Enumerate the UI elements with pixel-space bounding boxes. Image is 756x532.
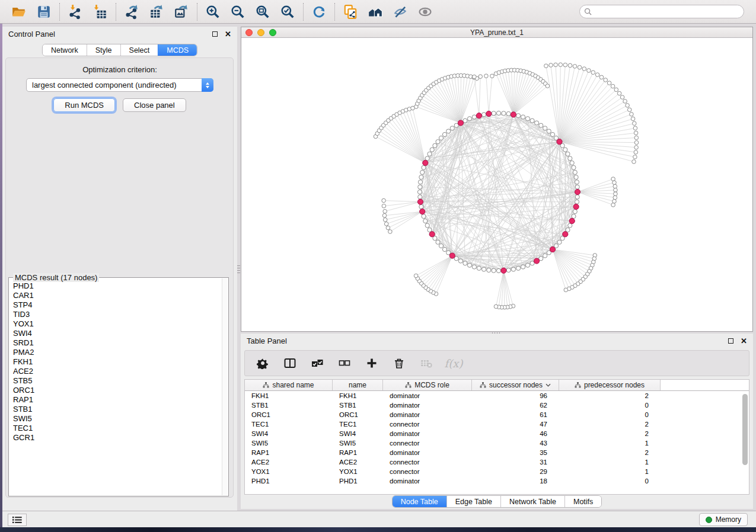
mcds-result-list[interactable]: PHD1CAR1STP4TID3YOX1SWI4SRD1PMA2FKH1ACE2… — [13, 281, 221, 495]
refresh-button[interactable] — [310, 3, 328, 21]
cell-predecessor-nodes: 2 — [559, 430, 661, 437]
add-column-button[interactable] — [365, 356, 379, 370]
float-window-icon[interactable] — [212, 31, 218, 37]
import-table-button[interactable] — [91, 3, 109, 21]
mcds-node-item[interactable]: PHD1 — [13, 281, 221, 291]
export-network-button[interactable] — [123, 3, 141, 21]
zoom-out-button[interactable] — [229, 3, 247, 21]
network-canvas[interactable] — [241, 39, 752, 331]
optimization-criterion-label: Optimization criterion: — [2, 65, 237, 74]
cell-successor-nodes: 62 — [472, 402, 559, 409]
cell-shared-name: SWI4 — [245, 430, 333, 437]
dropdown-stepper-icon — [202, 78, 213, 92]
network-graph — [241, 39, 752, 331]
mcds-result-scrollbar[interactable] — [222, 278, 228, 495]
window-zoom-button[interactable] — [269, 29, 276, 36]
tab-network-table[interactable]: Network Table — [500, 496, 564, 507]
table-scrollbar-thumb[interactable] — [742, 394, 748, 465]
cell-successor-nodes: 61 — [472, 411, 559, 418]
export-table-button[interactable] — [148, 3, 165, 21]
table-row[interactable]: ACE2ACE2connector311 — [245, 457, 749, 467]
open-file-button[interactable] — [10, 3, 28, 21]
hide-selected-button[interactable] — [391, 3, 409, 21]
mcds-node-item[interactable]: RAP1 — [13, 395, 221, 405]
tab-mcds[interactable]: MCDS — [158, 44, 197, 56]
column-header-shared-name[interactable]: shared name — [245, 380, 333, 390]
close-panel-button[interactable]: Close panel — [123, 98, 186, 112]
column-header-predecessor-nodes[interactable]: predecessor nodes — [559, 380, 661, 390]
mcds-node-item[interactable]: ACE2 — [13, 367, 221, 376]
cell-successor-nodes: 31 — [472, 459, 559, 466]
table-row[interactable]: SWI5SWI5connector431 — [245, 438, 749, 448]
search-field[interactable] — [579, 5, 744, 18]
mcds-node-item[interactable]: TEC1 — [13, 424, 221, 433]
tab-edge-table[interactable]: Edge Table — [446, 496, 500, 507]
column-header-successor-nodes[interactable]: successor nodes — [472, 380, 559, 390]
criterion-dropdown[interactable]: largest connected component (undirected) — [26, 78, 213, 92]
import-network-button[interactable] — [66, 3, 84, 21]
column-label: successor nodes — [489, 381, 543, 389]
close-panel-icon[interactable]: ✕ — [741, 338, 747, 344]
mcds-node-item[interactable]: CAR1 — [13, 291, 221, 300]
cell-MCDS-role: connector — [383, 421, 472, 428]
select-all-button[interactable] — [310, 356, 324, 370]
column-header-name[interactable]: name — [333, 380, 383, 390]
table-row[interactable]: ORC1ORC1dominator610 — [245, 410, 749, 419]
mcds-node-item[interactable]: STB5 — [13, 376, 221, 386]
deselect-all-button[interactable] — [337, 356, 352, 370]
tab-node-table[interactable]: Node Table — [393, 496, 446, 507]
table-settings-button[interactable] — [256, 356, 270, 370]
tab-network[interactable]: Network — [43, 44, 87, 56]
cell-successor-nodes: 35 — [472, 449, 559, 456]
vertical-splitter-grip[interactable] — [237, 265, 240, 275]
column-header-MCDS-role[interactable]: MCDS role — [383, 380, 472, 390]
mcds-node-item[interactable]: STP4 — [13, 300, 221, 310]
float-window-icon[interactable] — [728, 338, 733, 344]
window-close-button[interactable] — [245, 29, 253, 36]
run-mcds-button[interactable]: Run MCDS — [53, 98, 115, 112]
window-minimize-button[interactable] — [257, 29, 264, 36]
mcds-node-item[interactable]: YOX1 — [13, 319, 221, 329]
mcds-node-item[interactable]: SRD1 — [13, 338, 221, 348]
task-history-button[interactable] — [8, 514, 27, 526]
search-input[interactable] — [594, 8, 739, 16]
table-row[interactable]: STB1STB1dominator620 — [245, 400, 749, 410]
zoom-fit-button[interactable] — [254, 3, 272, 21]
memory-label: Memory — [716, 515, 741, 524]
show-columns-button[interactable] — [283, 356, 297, 370]
tab-style[interactable]: Style — [87, 44, 120, 56]
mcds-node-item[interactable]: GCR1 — [13, 433, 221, 443]
clone-network-button[interactable] — [342, 3, 359, 21]
mcds-node-item[interactable]: TID3 — [13, 310, 221, 319]
mcds-node-item[interactable]: STB1 — [13, 405, 221, 414]
table-row[interactable]: YOX1YOX1connector291 — [245, 467, 749, 476]
table-row[interactable]: SWI4SWI4dominator462 — [245, 429, 749, 438]
save-session-button[interactable] — [35, 3, 53, 21]
column-header-filler — [661, 380, 749, 390]
mcds-node-item[interactable]: SWI5 — [13, 414, 221, 424]
cell-predecessor-nodes: 1 — [559, 468, 661, 475]
mcds-node-item[interactable]: ORC1 — [13, 386, 221, 395]
close-panel-icon[interactable]: ✕ — [225, 31, 231, 37]
cell-predecessor-nodes: 1 — [559, 440, 661, 447]
network-window-titlebar[interactable]: YPA_prune.txt_1 — [241, 27, 752, 38]
tab-motifs[interactable]: Motifs — [564, 496, 601, 507]
table-row[interactable]: TEC1TEC1connector472 — [245, 419, 749, 429]
mcds-node-item[interactable]: PMA2 — [13, 348, 221, 357]
table-toolbar: f(x) — [244, 350, 749, 376]
show-all-button[interactable] — [416, 3, 434, 21]
zoom-selected-button[interactable] — [279, 3, 296, 21]
first-neighbors-button[interactable] — [366, 3, 384, 21]
memory-button[interactable]: Memory — [699, 513, 748, 526]
export-image-button[interactable] — [173, 3, 190, 21]
mcds-node-item[interactable]: FKH1 — [13, 357, 221, 367]
table-row[interactable]: PHD1PHD1dominator180 — [245, 476, 749, 486]
zoom-in-button[interactable] — [204, 3, 222, 21]
table-row[interactable]: FKH1FKH1dominator962 — [245, 391, 749, 400]
delete-column-button[interactable] — [392, 356, 406, 370]
table-panel: Table Panel ✕ f(x) shared namenameMCDS r… — [241, 334, 753, 509]
tab-select[interactable]: Select — [120, 44, 158, 56]
cell-shared-name: FKH1 — [245, 392, 333, 399]
table-row[interactable]: RAP1RAP1dominator352 — [245, 448, 749, 457]
mcds-node-item[interactable]: SWI4 — [13, 329, 221, 338]
